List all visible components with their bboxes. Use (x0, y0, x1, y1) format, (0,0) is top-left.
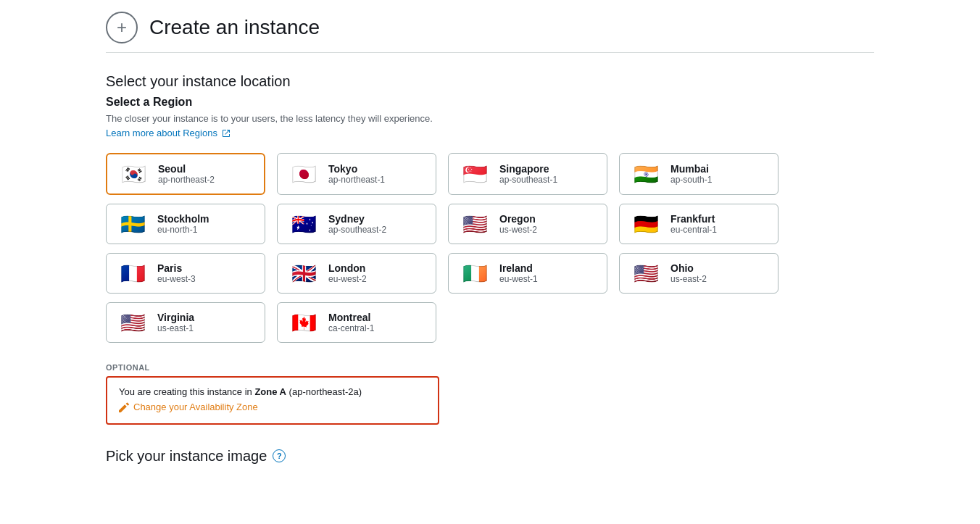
region-code-seoul: ap-northeast-2 (158, 175, 215, 185)
flag-icon-frankfurt: 🇩🇪 (630, 212, 662, 236)
pick-image-title: Pick your instance image ? (106, 448, 874, 465)
learn-more-link[interactable]: Learn more about Regions (106, 128, 231, 138)
region-name-virginia: Virginia (157, 312, 194, 323)
region-card-virginia[interactable]: 🇺🇸Virginiaus-east-1 (106, 302, 265, 343)
region-name-paris: Paris (157, 262, 196, 274)
region-code-virginia: us-east-1 (157, 323, 194, 333)
region-code-ireland: eu-west-1 (499, 274, 538, 284)
region-code-singapore: ap-southeast-1 (499, 175, 557, 185)
region-code-ohio: us-east-2 (670, 274, 707, 284)
region-card-sydney[interactable]: 🇦🇺Sydneyap-southeast-2 (277, 204, 436, 244)
region-name-london: London (328, 262, 367, 274)
flag-icon-ireland: 🇮🇪 (459, 261, 491, 286)
region-card-seoul[interactable]: 🇰🇷Seoulap-northeast-2 (106, 153, 265, 195)
region-name-sydney: Sydney (328, 213, 386, 225)
region-card-stockholm[interactable]: 🇸🇪Stockholmeu-north-1 (106, 204, 265, 244)
select-region-title: Select a Region (106, 96, 874, 109)
change-availability-zone-link[interactable]: Change your Availability Zone (119, 402, 258, 412)
region-code-tokyo: ap-northeast-1 (328, 175, 385, 185)
page-title: Create an instance (149, 16, 320, 39)
region-card-montreal[interactable]: 🇨🇦Montrealca-central-1 (277, 302, 436, 343)
region-name-singapore: Singapore (499, 163, 557, 175)
region-code-oregon: us-west-2 (499, 225, 537, 235)
region-code-mumbai: ap-south-1 (670, 175, 712, 185)
regions-grid: 🇰🇷Seoulap-northeast-2🇯🇵Tokyoap-northeast… (106, 153, 874, 343)
flag-icon-london: 🇬🇧 (288, 261, 320, 286)
region-card-oregon[interactable]: 🇺🇸Oregonus-west-2 (448, 204, 607, 244)
flag-icon-montreal: 🇨🇦 (288, 310, 320, 335)
region-name-oregon: Oregon (499, 213, 537, 225)
region-name-frankfurt: Frankfurt (670, 213, 717, 225)
flag-icon-sydney: 🇦🇺 (288, 212, 320, 236)
region-code-sydney: ap-southeast-2 (328, 225, 386, 235)
region-code-stockholm: eu-north-1 (157, 225, 209, 235)
region-code-paris: eu-west-3 (157, 274, 196, 284)
location-section: Select your instance location Select a R… (106, 53, 874, 473)
region-card-london[interactable]: 🇬🇧Londoneu-west-2 (277, 253, 436, 294)
region-card-frankfurt[interactable]: 🇩🇪Frankfurteu-central-1 (619, 204, 778, 244)
region-card-mumbai[interactable]: 🇮🇳Mumbaiap-south-1 (619, 153, 778, 195)
region-code-frankfurt: eu-central-1 (670, 225, 717, 235)
availability-zone-box: You are creating this instance in Zone A… (106, 376, 439, 425)
region-card-singapore[interactable]: 🇸🇬Singaporeap-southeast-1 (448, 153, 607, 195)
region-name-stockholm: Stockholm (157, 213, 209, 225)
region-description: The closer your instance is to your user… (106, 113, 874, 124)
edit-icon (119, 402, 129, 412)
flag-icon-oregon: 🇺🇸 (459, 212, 491, 236)
region-code-london: eu-west-2 (328, 274, 367, 284)
region-name-ireland: Ireland (499, 262, 538, 274)
location-section-title: Select your instance location (106, 73, 874, 90)
flag-icon-virginia: 🇺🇸 (117, 310, 149, 335)
flag-icon-paris: 🇫🇷 (117, 261, 149, 286)
create-icon: + (106, 12, 138, 43)
region-code-montreal: ca-central-1 (328, 323, 374, 333)
region-name-montreal: Montreal (328, 312, 374, 323)
region-name-mumbai: Mumbai (670, 163, 712, 175)
flag-icon-ohio: 🇺🇸 (630, 261, 662, 286)
flag-icon-mumbai: 🇮🇳 (630, 162, 662, 186)
region-name-ohio: Ohio (670, 262, 707, 274)
flag-icon-stockholm: 🇸🇪 (117, 212, 149, 236)
region-name-tokyo: Tokyo (328, 163, 385, 175)
region-name-seoul: Seoul (158, 163, 215, 175)
help-icon[interactable]: ? (273, 449, 286, 462)
region-card-ireland[interactable]: 🇮🇪Irelandeu-west-1 (448, 253, 607, 294)
external-link-icon (222, 129, 231, 138)
region-card-ohio[interactable]: 🇺🇸Ohious-east-2 (619, 253, 778, 294)
flag-icon-seoul: 🇰🇷 (117, 162, 149, 186)
region-card-paris[interactable]: 🇫🇷Pariseu-west-3 (106, 253, 265, 294)
availability-text: You are creating this instance in Zone A… (119, 386, 426, 397)
page-header: + Create an instance (106, 0, 874, 53)
flag-icon-tokyo: 🇯🇵 (288, 162, 320, 186)
flag-icon-singapore: 🇸🇬 (459, 162, 491, 186)
optional-label: OPTIONAL (106, 363, 874, 372)
region-card-tokyo[interactable]: 🇯🇵Tokyoap-northeast-1 (277, 153, 436, 195)
